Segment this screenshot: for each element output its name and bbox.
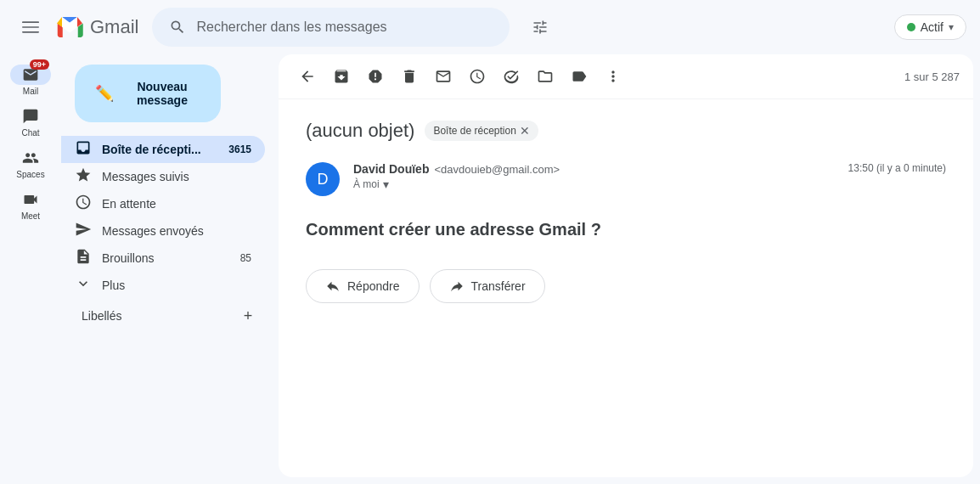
sidebar-item-more[interactable]: Plus — [61, 272, 265, 299]
gmail-logo-icon — [54, 12, 85, 42]
labels-title: Libellés — [82, 309, 121, 323]
sender-name-row: David Douïeb <davdouieb@gmail.com> — [353, 162, 835, 176]
sidebar-item-sent[interactable]: Messages envoyés — [61, 217, 265, 245]
svg-rect-0 — [22, 21, 39, 23]
report-spam-button[interactable] — [360, 61, 391, 92]
more-options-button[interactable] — [598, 61, 628, 92]
reply-icon — [325, 279, 341, 294]
search-placeholder: Rechercher dans les messages — [196, 20, 493, 35]
app-title: Gmail — [90, 16, 138, 38]
email-action-buttons: Répondre Transférer — [306, 269, 946, 303]
logo-area: Gmail — [54, 12, 138, 42]
sidebar-item-drafts[interactable]: Brouillons 85 — [61, 245, 265, 272]
sender-email: <davdouieb@gmail.com> — [434, 163, 560, 176]
mail-badge: 99+ — [30, 59, 49, 70]
archive-icon — [333, 68, 350, 85]
draft-svg-icon — [75, 248, 92, 265]
sidebar: ✏️ Nouveau message Boîte de récepti... 3… — [61, 54, 279, 484]
sidebar-item-mail[interactable]: 99+ Mail — [3, 61, 58, 99]
send-icon — [75, 221, 92, 242]
compose-button[interactable]: ✏️ Nouveau message — [75, 65, 221, 122]
forward-button[interactable]: Transférer — [430, 269, 545, 303]
draft-icon — [75, 248, 92, 269]
delete-button[interactable] — [394, 61, 425, 92]
sidebar-item-chat[interactable]: Chat — [3, 103, 58, 141]
label-button[interactable] — [564, 61, 594, 92]
snooze-toolbar-icon — [469, 68, 486, 85]
snooze-button[interactable] — [462, 61, 493, 92]
sidebar-item-meet[interactable]: Meet — [3, 186, 58, 224]
hamburger-icon — [22, 19, 39, 36]
reply-button[interactable]: Répondre — [306, 269, 420, 303]
email-message-body: Comment créer une adresse Gmail ? — [306, 217, 946, 242]
chat-icon — [22, 108, 39, 125]
mark-unread-icon — [435, 68, 452, 85]
left-icons-panel: 99+ Mail Chat Spaces — [0, 54, 61, 484]
add-task-button[interactable] — [496, 61, 527, 92]
snooze-icon — [75, 194, 92, 215]
meet-label: Meet — [21, 211, 40, 221]
drafts-badge: 85 — [240, 252, 251, 264]
email-subject: (aucun objet) — [306, 120, 414, 142]
back-button[interactable] — [292, 61, 323, 92]
sidebar-item-starred[interactable]: Messages suivis — [61, 163, 265, 190]
spaces-icon — [22, 149, 39, 166]
add-task-icon — [503, 68, 520, 85]
search-icon — [169, 19, 186, 36]
search-bar[interactable]: Rechercher dans les messages — [152, 8, 510, 47]
back-arrow-icon — [299, 68, 316, 85]
tune-icon — [532, 19, 549, 36]
more-label: Plus — [102, 279, 251, 292]
chevron-down-icon: ▾ — [949, 21, 954, 33]
email-content-area: 1 sur 5 287 (aucun objet) Boîte de récep… — [279, 54, 973, 477]
forward-icon — [449, 279, 465, 294]
forward-label: Transférer — [471, 279, 526, 293]
sidebar-item-snoozed[interactable]: En attente — [61, 190, 265, 217]
starred-label: Messages suivis — [102, 170, 251, 183]
search-settings-button[interactable] — [523, 10, 557, 44]
pagination-text: 1 sur 5 287 — [904, 70, 960, 83]
sender-info: David Douïeb <davdouieb@gmail.com> À moi… — [353, 162, 835, 191]
send-svg-icon — [75, 221, 92, 238]
chat-icon-bg — [10, 106, 51, 127]
move-to-button[interactable] — [530, 61, 560, 92]
email-time: 13:50 (il y a 0 minute) — [848, 162, 946, 174]
inbox-badge-chip: Boîte de réception ✕ — [425, 121, 538, 141]
archive-button[interactable] — [326, 61, 357, 92]
status-dot — [907, 23, 915, 31]
star-icon — [75, 166, 92, 188]
compose-icon: ✏️ — [95, 84, 114, 103]
label-icon — [571, 68, 588, 85]
more-options-icon — [605, 68, 622, 85]
delete-icon — [401, 68, 418, 85]
avatar-letter: D — [318, 171, 329, 189]
report-spam-icon — [367, 68, 384, 85]
status-button[interactable]: Actif ▾ — [894, 14, 966, 40]
expand-svg-icon — [75, 275, 92, 292]
spaces-icon-bg — [10, 148, 51, 168]
inbox-icon — [75, 139, 92, 160]
snooze-svg-icon — [75, 194, 92, 211]
svg-rect-2 — [22, 31, 39, 33]
sidebar-item-inbox[interactable]: Boîte de récepti... 3615 — [61, 136, 265, 163]
remove-inbox-badge-button[interactable]: ✕ — [520, 124, 530, 138]
drafts-label: Brouillons — [102, 251, 230, 265]
inbox-badge: 3615 — [228, 144, 251, 155]
expand-recipients-button[interactable]: ▾ — [383, 177, 389, 191]
snoozed-label: En attente — [102, 197, 251, 211]
avatar: D — [306, 162, 340, 196]
reply-label: Répondre — [347, 279, 400, 293]
add-label-button[interactable]: + — [238, 306, 258, 326]
status-label: Actif — [921, 20, 943, 34]
svg-rect-1 — [22, 26, 39, 28]
topbar: Gmail Rechercher dans les messages Actif… — [0, 0, 980, 54]
email-body: (aucun objet) Boîte de réception ✕ D Dav… — [279, 99, 973, 477]
meet-icon — [22, 191, 39, 208]
expand-icon — [75, 275, 92, 296]
mark-unread-button[interactable] — [428, 61, 459, 92]
mail-icon-bg: 99+ — [10, 65, 51, 85]
sidebar-item-spaces[interactable]: Spaces — [3, 144, 58, 183]
chat-label: Chat — [21, 128, 39, 138]
sent-label: Messages envoyés — [102, 224, 251, 238]
menu-button[interactable] — [14, 10, 48, 44]
